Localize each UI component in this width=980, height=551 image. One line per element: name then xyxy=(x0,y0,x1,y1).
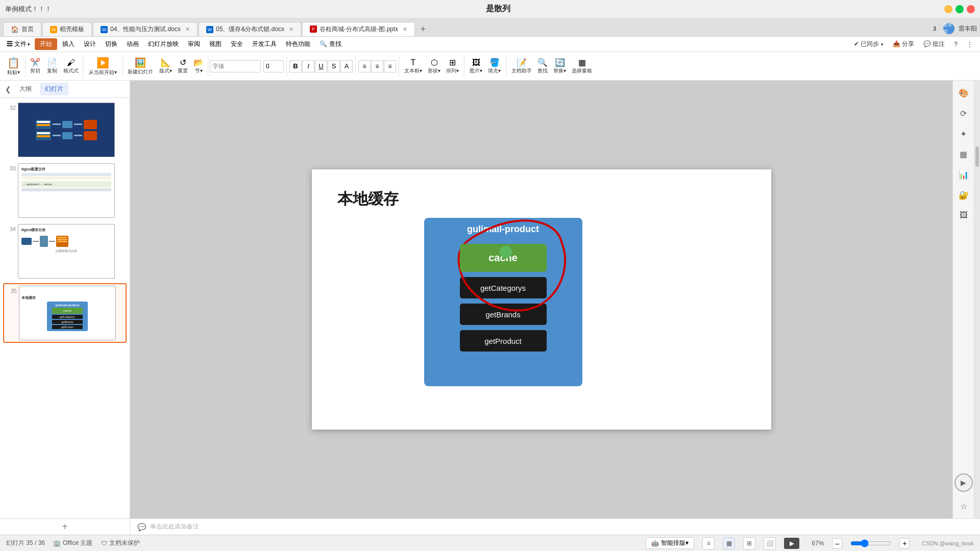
tab-template[interactable]: W 稻壳模板 xyxy=(42,22,92,36)
theme-info: 🏢 Office 主题 xyxy=(53,539,92,547)
align-left-button[interactable]: ≡ xyxy=(358,60,371,72)
share-button[interactable]: 📤 分享 xyxy=(889,38,918,50)
zoom-out-button[interactable]: – xyxy=(832,538,842,548)
restore-button[interactable] xyxy=(955,5,964,13)
view-normal-button[interactable]: ≡ xyxy=(702,537,715,549)
ppt1-icon: P xyxy=(310,26,317,33)
tab-doc1-close[interactable]: ✕ xyxy=(185,26,190,33)
menu-start[interactable]: 开始 xyxy=(35,38,57,50)
view-read-button[interactable]: ⬜ xyxy=(764,537,776,549)
right-panel-btn-5[interactable]: 📊 xyxy=(955,166,972,183)
help-button[interactable]: ? xyxy=(950,39,962,49)
slideshow-play-button[interactable]: ▶ xyxy=(784,538,799,549)
tab-doc2[interactable]: W 05、缓存&分布式锁.docx ✕ xyxy=(199,22,301,36)
slide-item-33[interactable]: 33 Nginx配置文件 → upstream → server xyxy=(3,162,127,219)
font-color-button[interactable]: A xyxy=(340,60,353,72)
tab-doc1[interactable]: W 04、性能与压力测试.docx ✕ xyxy=(93,22,198,36)
menu-animation[interactable]: 动画 xyxy=(122,38,143,50)
right-panel-btn-6[interactable]: 🔐 xyxy=(955,187,972,203)
right-panel-btn-1[interactable]: 🎨 xyxy=(955,85,972,101)
method-getProduct: getProduct xyxy=(460,330,547,352)
diagram-box-title: gulimall-product xyxy=(467,224,539,235)
textbox-button[interactable]: T 文本框▾ xyxy=(402,57,425,76)
menu-design[interactable]: 设计 xyxy=(80,38,100,50)
tab-doc2-label: 05、缓存&分布式锁.docx xyxy=(216,25,284,34)
tab-ppt1-close[interactable]: ✕ xyxy=(403,26,407,33)
scroll-thumb[interactable] xyxy=(975,146,979,167)
bold-button[interactable]: B xyxy=(289,60,302,72)
title-bar-center: 是散列 xyxy=(486,4,510,14)
menu-view[interactable]: 视图 xyxy=(205,38,226,50)
menu-review[interactable]: 审阅 xyxy=(184,38,204,50)
find-button[interactable]: 🔍 查找 xyxy=(535,56,550,76)
menu-security[interactable]: 安全 xyxy=(227,38,247,50)
sidebar-tab-outline[interactable]: 大纲 xyxy=(14,83,37,95)
app-mode-label: 单例模式！！！ xyxy=(5,5,52,14)
paste-button[interactable]: 📋 粘贴▾ xyxy=(3,55,23,78)
fill-button[interactable]: 🪣 填充▾ xyxy=(485,56,503,76)
slide-canvas: 本地缓存 gulimall-product cache xyxy=(312,169,771,430)
font-size-input[interactable] xyxy=(263,60,284,72)
align-center-button[interactable]: ≡ xyxy=(371,60,383,72)
right-panel-btn-4[interactable]: ▦ xyxy=(955,146,972,162)
zoom-in-button[interactable]: + xyxy=(899,538,910,548)
font-family-input[interactable] xyxy=(210,60,261,72)
tab-add-button[interactable]: + xyxy=(416,22,430,36)
ai-layout-button[interactable]: 🤖 智能排版▾ xyxy=(646,537,694,549)
menu-slideshow[interactable]: 幻灯片放映 xyxy=(144,38,183,50)
more-button[interactable]: ⋮ xyxy=(963,39,977,49)
section-button[interactable]: 📂 节▾ xyxy=(191,56,206,76)
tab-doc2-close[interactable]: ✕ xyxy=(289,26,293,33)
add-slide-button[interactable]: + xyxy=(0,518,130,535)
sidebar-nav-prev[interactable]: ❮ xyxy=(5,85,11,93)
right-panel-btn-7[interactable]: 🖼 xyxy=(955,207,972,223)
slide-num-33: 33 xyxy=(5,165,16,171)
view-slide-button[interactable]: ▦ xyxy=(723,537,735,549)
shape-button[interactable]: ⬡ 形状▾ xyxy=(425,56,443,76)
strikethrough-button[interactable]: S xyxy=(328,60,340,72)
slide-item-32[interactable]: 32 xyxy=(3,101,127,159)
menu-file[interactable]: ☰ 文件 ▾ xyxy=(3,38,34,50)
minimize-button[interactable] xyxy=(944,5,952,13)
arrange-button[interactable]: ⊞ 排列▾ xyxy=(444,56,461,76)
right-panel-bottom-btn[interactable]: ☆ xyxy=(955,498,972,514)
layout-button[interactable]: 📐 版式▾ xyxy=(157,56,175,76)
vertical-scrollbar[interactable] xyxy=(974,81,980,518)
comment-button[interactable]: 💬 批注 xyxy=(919,38,949,50)
slide-item-34[interactable]: 34 Nginx缓存分发 以缓存取代分发 xyxy=(3,222,127,280)
copy-button[interactable]: 📄 复制 xyxy=(44,56,60,76)
doc-assistant-button[interactable]: 📝 文档助手 xyxy=(509,56,534,76)
sidebar-tab-slides[interactable]: 幻灯片 xyxy=(40,83,68,95)
underline-button[interactable]: U xyxy=(315,60,327,72)
menu-transition[interactable]: 切换 xyxy=(101,38,121,50)
tab-ppt1[interactable]: P 谷粒商城-分布式高级-图.pptx ✕ xyxy=(302,22,415,36)
menu-developer[interactable]: 开发工具 xyxy=(248,38,281,50)
cut-button[interactable]: ✂️ 剪切 xyxy=(27,56,43,76)
menu-insert[interactable]: 插入 xyxy=(58,38,79,50)
reset-button[interactable]: ↺ 重置 xyxy=(175,56,190,76)
replace-button[interactable]: 🔄 替换▾ xyxy=(551,56,569,76)
slide-title: 本地缓存 xyxy=(337,189,399,210)
italic-button[interactable]: I xyxy=(302,60,314,72)
menu-special[interactable]: 特色功能 xyxy=(282,38,314,50)
user-avatar: 雷丰阳 xyxy=(943,23,954,34)
menu-search[interactable]: 🔍 查找 xyxy=(315,38,345,50)
slide-item-35[interactable]: 35 本地缓存 gulimall-product cache getCatego… xyxy=(3,283,127,343)
format-button[interactable]: 🖌 格式式 xyxy=(61,57,81,76)
sync-button[interactable]: ✔ 已同步 ▾ xyxy=(850,38,888,50)
close-button[interactable] xyxy=(967,5,975,13)
play-button[interactable]: ▶ xyxy=(954,473,973,492)
image-button[interactable]: 🖼 图片▾ xyxy=(467,57,485,76)
notes-bar[interactable]: 💬 单击此处添加备注 xyxy=(130,518,980,535)
right-panel-btn-3[interactable]: ✦ xyxy=(955,126,972,142)
view-grid-button[interactable]: ⊞ xyxy=(743,537,755,549)
method-getCategorys-label: getCategorys xyxy=(480,284,526,292)
right-panel-btn-2[interactable]: ⟳ xyxy=(955,105,972,121)
zoom-slider[interactable] xyxy=(850,539,891,547)
new-slide-button[interactable]: 🖼️ 新建幻灯片 xyxy=(125,56,156,77)
title-bar-left: 单例模式！！！ xyxy=(5,5,52,14)
select-pane-button[interactable]: ▦ 选择窗格 xyxy=(569,56,595,76)
slideshow-from-current-button[interactable]: ▶️ 从当前开始▾ xyxy=(85,55,121,78)
tab-home[interactable]: 🏠 首页 xyxy=(3,22,41,36)
align-right-button[interactable]: ≡ xyxy=(384,60,396,72)
